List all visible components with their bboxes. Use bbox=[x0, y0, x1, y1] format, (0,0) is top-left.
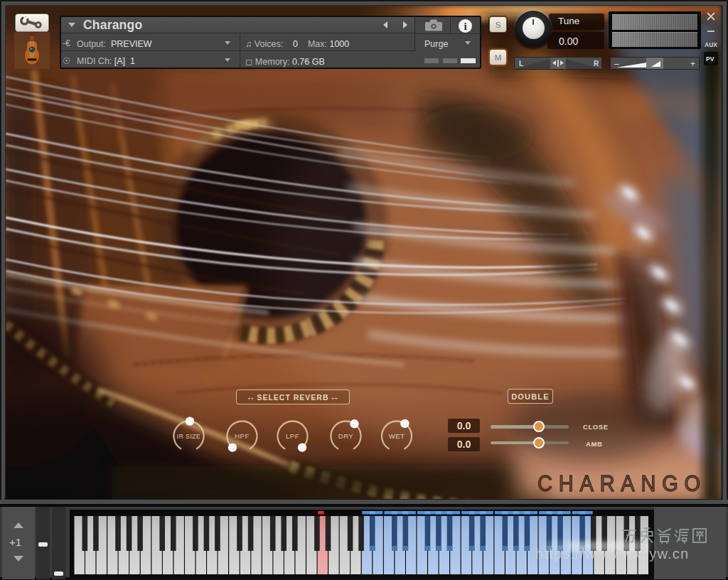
svg-text:HPF: HPF bbox=[235, 432, 250, 440]
svg-text:R: R bbox=[594, 60, 599, 68]
svg-text:–: – bbox=[614, 59, 619, 69]
svg-text:LPF: LPF bbox=[286, 432, 299, 440]
svg-text:PV: PV bbox=[706, 55, 714, 63]
svg-text:L: L bbox=[519, 60, 523, 68]
svg-text:AUX: AUX bbox=[705, 41, 717, 48]
svg-text:DRY: DRY bbox=[338, 432, 354, 440]
svg-text:WET: WET bbox=[389, 432, 405, 440]
svg-text:+: + bbox=[690, 59, 695, 69]
svg-text:IR SIZE: IR SIZE bbox=[177, 433, 200, 440]
